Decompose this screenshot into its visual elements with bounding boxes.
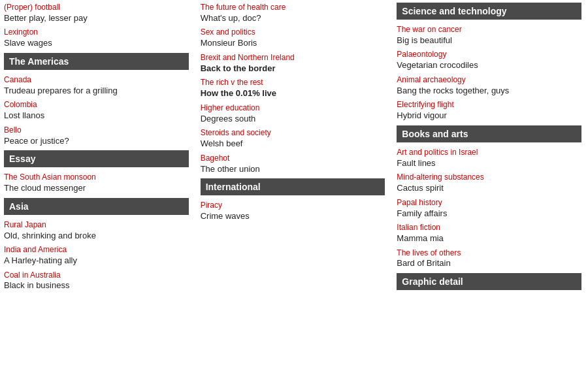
article-title[interactable]: Mamma mia — [397, 233, 581, 244]
article-item: Brexit and Northern IrelandBack to the b… — [201, 53, 385, 74]
article-item: PiracyCrime waves — [201, 201, 385, 221]
article-item: The future of health careWhat's up, doc? — [201, 3, 385, 24]
article-title[interactable]: Bang the rocks together, guys — [397, 86, 581, 97]
article-item: India and AmericaA Harley-hating ally — [4, 245, 189, 266]
article-category[interactable]: Lexington — [4, 27, 189, 38]
article-item: BelloPeace or justice? — [4, 125, 189, 146]
article-item: Papal historyFamily affairs — [397, 198, 581, 219]
article-title[interactable]: Bard of Britain — [397, 258, 581, 269]
article-item: Art and politics in IsraelFault lines — [397, 148, 581, 169]
article-title[interactable]: Lost llanos — [4, 110, 189, 122]
article-title[interactable]: Cactus spirit — [397, 183, 581, 194]
article-category[interactable]: Higher education — [201, 103, 385, 114]
article-item: Rural JapanOld, shrinking and broke — [4, 220, 189, 241]
article-title[interactable]: What's up, doc? — [201, 13, 385, 24]
article-title[interactable]: Family affairs — [397, 208, 581, 220]
section-header-international: International — [201, 178, 385, 195]
article-item: Electrifying flightHybrid vigour — [397, 100, 581, 121]
article-item: LexingtonSlave wages — [4, 27, 189, 48]
article-title[interactable]: The other union — [201, 164, 385, 175]
article-category[interactable]: The war on cancer — [397, 25, 581, 35]
article-category[interactable]: Art and politics in Israel — [397, 148, 581, 158]
article-category[interactable]: Coal in Australia — [4, 270, 189, 281]
section-header-asia: Asia — [4, 198, 189, 215]
article-category[interactable]: Palaeontology — [397, 50, 581, 60]
article-title[interactable]: Old, shrinking and broke — [4, 231, 189, 242]
article-item: (Proper) footballBetter play, lesser pay — [4, 3, 189, 24]
article-item: BagehotThe other union — [201, 154, 385, 174]
article-category[interactable]: Piracy — [201, 201, 385, 211]
article-category[interactable]: Electrifying flight — [397, 100, 581, 110]
article-category[interactable]: Sex and politics — [201, 27, 385, 38]
article-category[interactable]: The lives of others — [397, 248, 581, 259]
article-title[interactable]: Degrees south — [201, 114, 385, 125]
article-title[interactable]: Hybrid vigour — [397, 110, 581, 122]
article-category[interactable]: The future of health care — [201, 3, 385, 13]
article-item: Coal in AustraliaBlack in business — [4, 270, 189, 291]
article-title[interactable]: Crime waves — [201, 211, 385, 222]
section-header-the-americas: The Americas — [4, 53, 189, 70]
section-header-books-and-arts: Books and arts — [397, 125, 581, 142]
article-title[interactable]: Welsh beef — [201, 139, 385, 150]
article-title[interactable]: Trudeau prepares for a grilling — [4, 86, 189, 97]
column-3: Science and technologyThe war on cancerB… — [391, 0, 588, 298]
column-2: The future of health careWhat's up, doc?… — [195, 0, 392, 298]
article-category[interactable]: Papal history — [397, 198, 581, 208]
article-item: PalaeontologyVegetarian crocodiles — [397, 50, 581, 71]
article-category[interactable]: Brexit and Northern Ireland — [201, 53, 385, 63]
article-category[interactable]: The rich v the rest — [201, 78, 385, 88]
article-item: Higher educationDegrees south — [201, 103, 385, 124]
article-item: The rich v the restHow the 0.01% live — [201, 78, 385, 99]
article-title[interactable]: Slave wages — [4, 38, 189, 49]
article-title[interactable]: Monsieur Boris — [201, 38, 385, 49]
section-header-science-and-technology: Science and technology — [397, 3, 581, 20]
article-title[interactable]: Black in business — [4, 280, 189, 291]
article-title[interactable]: How the 0.01% live — [201, 88, 385, 99]
article-title[interactable]: Vegetarian crocodiles — [397, 60, 581, 71]
article-title[interactable]: Better play, lesser pay — [4, 13, 189, 24]
main-columns: (Proper) footballBetter play, lesser pay… — [0, 0, 588, 298]
article-item: Italian fictionMamma mia — [397, 223, 581, 244]
article-category[interactable]: Colombia — [4, 100, 189, 110]
article-title[interactable]: Back to the border — [201, 63, 385, 74]
article-item: CanadaTrudeau prepares for a grilling — [4, 75, 189, 96]
article-title[interactable]: A Harley-hating ally — [4, 255, 189, 267]
article-item: ColombiaLost llanos — [4, 100, 189, 121]
article-item: Sex and politicsMonsieur Boris — [201, 27, 385, 48]
article-category[interactable]: Italian fiction — [397, 223, 581, 233]
article-category[interactable]: Bello — [4, 125, 189, 136]
article-category[interactable]: Rural Japan — [4, 220, 189, 231]
article-category[interactable]: (Proper) football — [4, 3, 189, 13]
article-category[interactable]: Animal archaeology — [397, 75, 581, 86]
article-category[interactable]: India and America — [4, 245, 189, 255]
article-item: Steroids and societyWelsh beef — [201, 128, 385, 149]
article-item: The war on cancerBig is beautiful — [397, 25, 581, 46]
article-category[interactable]: Bagehot — [201, 154, 385, 164]
article-item: Mind-altering substancesCactus spirit — [397, 172, 581, 193]
article-item: The lives of othersBard of Britain — [397, 248, 581, 269]
article-title[interactable]: Fault lines — [397, 158, 581, 169]
article-title[interactable]: The cloud messenger — [4, 183, 189, 194]
article-category[interactable]: The South Asian monsoon — [4, 172, 189, 183]
column-1: (Proper) footballBetter play, lesser pay… — [0, 0, 195, 298]
article-category[interactable]: Mind-altering substances — [397, 172, 581, 183]
article-category[interactable]: Steroids and society — [201, 128, 385, 139]
article-title[interactable]: Peace or justice? — [4, 136, 189, 147]
article-item: Animal archaeologyBang the rocks togethe… — [397, 75, 581, 96]
article-title[interactable]: Big is beautiful — [397, 35, 581, 46]
section-header-graphic-detail: Graphic detail — [397, 273, 581, 290]
article-category[interactable]: Canada — [4, 75, 189, 86]
article-item: The South Asian monsoonThe cloud messeng… — [4, 172, 189, 193]
section-header-essay: Essay — [4, 150, 189, 167]
